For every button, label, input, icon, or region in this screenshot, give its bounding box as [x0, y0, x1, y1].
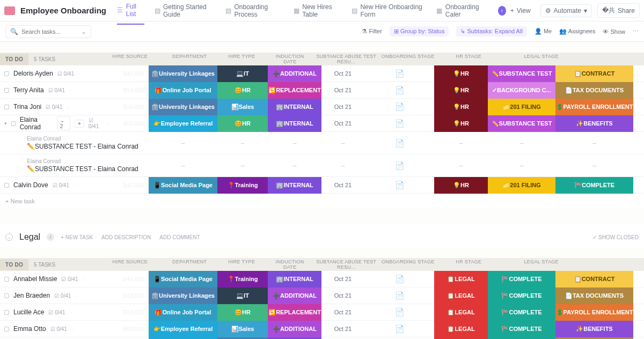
hr-stage-chip[interactable]: 🏁COMPLETE [488, 288, 555, 304]
subtask-row[interactable]: Elaina Conrad ✏️SUBSTANCE TEST - Elaina … [0, 154, 644, 177]
tab-new-hire-form[interactable]: ▤New Hire Onboarding Form [352, 0, 427, 24]
show-closed-button[interactable]: ✓ SHOW CLOSED [592, 234, 639, 240]
legal-stage-chip[interactable]: 📋CONTRACT [555, 65, 633, 82]
group-title[interactable]: Legal [19, 232, 40, 242]
group-new-task-button[interactable]: + NEW TASK [61, 234, 93, 240]
subtask-title[interactable]: ✏️SUBSTANCE TEST - Elaina Conrad [27, 165, 138, 173]
status-label[interactable]: TO DO [0, 259, 28, 270]
tabs-scroll-right-icon[interactable]: › [498, 6, 506, 16]
task-row[interactable]: Jen Braeden ☑ 0/41 – $40,000 🏛️Universit… [0, 288, 644, 304]
hire-source-chip[interactable]: 🎁Online Job Portal [149, 82, 217, 99]
status-dot[interactable] [4, 327, 9, 331]
onboarding-stage-chip[interactable]: 📋LEGAL [434, 271, 488, 288]
hr-stage-chip[interactable]: 🏁COMPLETE [488, 321, 555, 337]
hire-source-chip[interactable]: 🏛️University Linkages [149, 99, 217, 115]
col-substance[interactable]: SUBTANCE ABUSE TEST RESU... [311, 54, 381, 64]
hr-stage-chip[interactable]: ✏️SUBSTANCE TEST [488, 115, 555, 132]
substance-doc-icon[interactable]: 📄 [364, 275, 434, 283]
substance-doc-icon[interactable]: 📄 [364, 86, 434, 94]
substance-doc-icon[interactable]: 📄 [364, 291, 434, 300]
department-chip[interactable]: 😊HR [217, 82, 268, 99]
hr-stage-chip[interactable]: 🏁COMPLETE [488, 304, 555, 321]
legal-stage-chip[interactable]: 🏁COMPLETE [555, 177, 633, 194]
department-chip[interactable]: 📊Sales [217, 321, 268, 337]
onboarding-stage-chip[interactable]: 📋LEGAL [434, 304, 488, 321]
col-legal-stage[interactable]: LEGAL STAGE [502, 259, 580, 270]
hire-type-chip[interactable]: 🔁REPLACEMENT [268, 304, 321, 321]
induction-date-cell[interactable]: Oct 21 [321, 104, 364, 110]
add-view-button[interactable]: + View [506, 5, 535, 17]
hr-stage-chip[interactable]: 🏁COMPLETE [488, 271, 555, 288]
task-name[interactable]: Deloris Ayden [13, 70, 53, 77]
induction-date-cell[interactable]: Oct 21 [321, 120, 364, 127]
induction-date-cell[interactable]: Oct 21 [321, 309, 364, 315]
induction-date-cell[interactable]: Oct 21 [321, 326, 364, 332]
hr-stage-chip[interactable]: 📁201 FILING [488, 99, 555, 115]
col-hire-source[interactable]: HIRE SOURCE [96, 259, 164, 270]
hire-type-chip[interactable]: 🏢INTERNAL [268, 177, 321, 194]
department-chip[interactable]: 😊HR [217, 304, 268, 321]
assignees-button[interactable]: 👥 Assignees [559, 28, 595, 35]
department-chip[interactable]: 📊Sales [217, 99, 268, 115]
hr-stage-chip[interactable]: ✓BACKGROUND C... [488, 82, 555, 99]
expand-icon[interactable]: ▾ [4, 121, 7, 126]
tab-full-list[interactable]: ☰Full List [117, 0, 144, 25]
col-onboarding-stage[interactable]: ONBOARDING STAGE [381, 54, 435, 64]
col-department[interactable]: DEPARTMENT [164, 54, 215, 64]
status-dot[interactable] [4, 293, 9, 298]
tab-onboarding-process[interactable]: ▤Onboarding Process [225, 0, 284, 24]
task-row[interactable]: ▾ Elaina Conrad ⌄ 2+ ☑ 0/41 – $60,000 👉E… [0, 115, 644, 132]
status-dot[interactable] [11, 121, 16, 126]
hire-source-chip[interactable]: 🏛️University Linkages [149, 288, 217, 304]
col-hire-type[interactable]: HIRE TYPE [215, 54, 268, 64]
hire-type-chip[interactable]: 🏢INTERNAL [268, 99, 321, 115]
add-description-button[interactable]: ADD DESCRIPTION [101, 234, 151, 240]
onboarding-stage-chip[interactable]: 📋LEGAL [434, 337, 488, 340]
hire-type-chip[interactable]: ➕ADDITIONAL [268, 65, 321, 82]
legal-stage-chip[interactable]: 📄TAX DOCUMENTS [555, 82, 633, 99]
hire-source-chip[interactable]: 👉Employee Referral [149, 115, 217, 132]
search-container[interactable]: 🔍 ⌄ [5, 25, 91, 38]
induction-date-cell[interactable]: Oct 21 [321, 292, 364, 299]
task-name[interactable]: Calvin Dove [13, 181, 48, 189]
col-hr-stage[interactable]: HR STAGE [435, 259, 502, 270]
hr-stage-chip[interactable]: 🏁COMPLETE [488, 337, 555, 340]
onboarding-stage-chip[interactable]: 💡HR [434, 115, 488, 132]
substance-doc-icon[interactable]: 📄 [364, 119, 434, 128]
task-name[interactable]: Elaina Conrad [20, 116, 53, 131]
col-department[interactable]: DEPARTMENT [164, 259, 215, 270]
status-dot[interactable] [4, 105, 9, 109]
search-input[interactable] [21, 28, 78, 35]
new-task-button[interactable]: + New task [0, 194, 644, 209]
col-hire-type[interactable]: HIRE TYPE [215, 259, 268, 270]
department-chip[interactable]: 📍Training [217, 271, 268, 288]
subtask-count[interactable]: ⌄ 2 [57, 116, 70, 130]
hire-type-chip[interactable]: 🏢INTERNAL [268, 115, 321, 132]
col-hire-source[interactable]: HIRE SOURCE [96, 54, 164, 64]
onboarding-stage-chip[interactable]: 💡HR [434, 82, 488, 99]
subtask-row[interactable]: Elaina Conrad ✏️SUBSTANCE TEST - Elaina … [0, 132, 644, 154]
hire-source-chip[interactable]: 🏛️University Linkages [149, 65, 217, 82]
add-subtask-button[interactable]: + [75, 120, 84, 128]
department-chip[interactable]: 📍Training [217, 177, 268, 194]
col-onboarding-stage[interactable]: ONBOARDING STAGE [381, 259, 435, 270]
department-chip[interactable]: 💻IT [217, 288, 268, 304]
induction-date-cell[interactable]: Oct 21 [321, 182, 364, 188]
task-name[interactable]: Emma Otto [13, 325, 46, 333]
status-dot[interactable] [4, 71, 9, 76]
task-name[interactable]: Lucille Ace [13, 308, 44, 316]
status-dot[interactable] [4, 277, 9, 282]
tab-new-hires-table[interactable]: ▦New Hires Table [294, 0, 342, 24]
tab-getting-started[interactable]: ▤Getting Started Guide [154, 0, 216, 24]
substance-doc-icon[interactable]: 📄 [364, 161, 434, 170]
chevron-down-icon[interactable]: ⌄ [81, 28, 86, 35]
hr-stage-chip[interactable]: 📁201 FILING [488, 177, 555, 194]
department-chip[interactable]: 😊HR [217, 115, 268, 132]
hire-type-chip[interactable]: 🏢INTERNAL [268, 271, 321, 288]
task-name[interactable]: Terry Anita [13, 86, 44, 94]
legal-stage-chip[interactable]: 📋CONTRACT [555, 271, 633, 288]
legal-stage-chip[interactable]: 📄TAX DOCUMENTS [555, 337, 633, 340]
substance-doc-icon[interactable]: 📄 [364, 181, 434, 189]
hire-source-chip[interactable]: 📱Social Media Page [149, 177, 217, 194]
status-dot[interactable] [4, 183, 9, 188]
